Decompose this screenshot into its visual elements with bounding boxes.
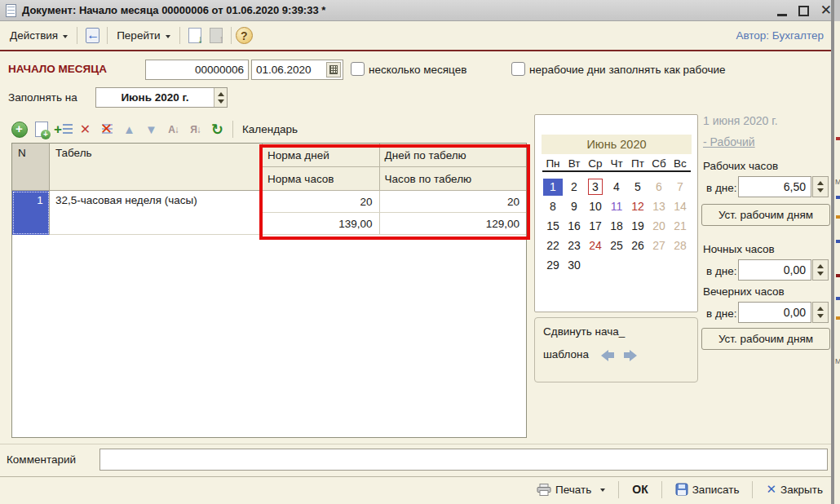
calendar-day-15[interactable]: 15 [546, 219, 559, 232]
calendar-day-21[interactable]: 21 [674, 219, 687, 232]
set-workdays-button[interactable]: Уст. рабочим дням [701, 204, 830, 226]
calendar-day-14[interactable]: 14 [674, 200, 687, 213]
spin-up-icon[interactable] [218, 92, 224, 96]
calendar-day-20[interactable]: 20 [652, 219, 665, 232]
close-button[interactable]: ✕ [820, 1, 832, 20]
multi-months-label[interactable]: несколько месяцев [369, 64, 466, 76]
minimize-button[interactable] [777, 14, 787, 16]
days-sheet-cell[interactable]: 20 [380, 191, 526, 213]
sort-descending-icon[interactable] [184, 120, 206, 139]
calendar-day-16[interactable]: 16 [568, 219, 581, 232]
spin-down-icon[interactable] [218, 99, 224, 104]
subordination-structure-icon[interactable] [184, 26, 206, 46]
night-hours-input[interactable]: 0,00 [738, 259, 811, 281]
calendar-day-27[interactable]: 27 [652, 239, 665, 252]
calendar-day-1[interactable]: 1 [543, 179, 563, 196]
print-button[interactable]: Печать [533, 482, 609, 497]
multi-months-checkbox[interactable] [351, 62, 365, 76]
evening-hours-spinner[interactable] [812, 302, 829, 323]
column-header-hours-sheet[interactable]: Часов по табелю [380, 167, 526, 191]
column-header-norm-days[interactable]: Норма дней [263, 144, 380, 167]
month-spinner[interactable] [214, 88, 227, 107]
doc-number-field[interactable]: 00000006 [145, 60, 249, 80]
calendar-weekday: Сб [648, 157, 670, 170]
spin-down-icon[interactable] [817, 272, 824, 276]
fill-month-field[interactable]: Июнь 2020 г. [95, 87, 228, 108]
insert-rows-icon[interactable] [52, 120, 74, 139]
evening-hours-input[interactable]: 0,00 [738, 302, 811, 323]
calendar-day-29[interactable]: 29 [546, 259, 559, 272]
column-header-days-sheet[interactable]: Дней по табелю [380, 144, 526, 167]
set-workdays-button-2[interactable]: Уст. рабочим дням [701, 328, 830, 350]
calendar-day-28[interactable]: 28 [674, 239, 687, 252]
calendar-day-8[interactable]: 8 [550, 200, 556, 213]
night-hours-spinner[interactable] [812, 259, 829, 281]
tabel-name-cell[interactable]: 32,5-часовая неделя (часы) [50, 191, 263, 235]
sliver-fragment [836, 215, 840, 219]
calendar-day-4[interactable]: 4 [613, 180, 620, 193]
table-row[interactable]: 1 32,5-часовая неделя (часы) 20 139,00 2… [12, 191, 526, 235]
column-header-norm-hours[interactable]: Норма часов [263, 167, 380, 191]
norm-days-cell[interactable]: 20 [263, 191, 380, 213]
save-label: Записать [692, 484, 740, 496]
nonworking-days-label[interactable]: нерабочие дни заполнять как рабочие [529, 64, 726, 76]
maximize-button[interactable] [798, 6, 809, 16]
calendar-weekday: Пн [542, 157, 564, 170]
spin-down-icon[interactable] [817, 314, 824, 318]
hours-sheet-cell[interactable]: 129,00 [380, 213, 526, 235]
calendar-day-30[interactable]: 30 [568, 259, 581, 272]
work-hours-spinner[interactable] [812, 176, 829, 197]
calendar-button[interactable]: Календарь [237, 121, 303, 138]
shift-left-button[interactable] [597, 346, 618, 365]
add-copy-icon[interactable] [30, 120, 52, 139]
refresh-icon[interactable] [206, 120, 228, 139]
close-form-button[interactable]: ✕ Закрыть [762, 480, 827, 498]
calendar-day-10[interactable]: 10 [589, 200, 602, 213]
save-button[interactable]: Записать [671, 481, 744, 497]
calendar-day-6[interactable]: 6 [656, 180, 662, 193]
footer-buttons: Печать ОК Записать ✕ Закрыть [533, 479, 827, 500]
add-row-icon[interactable] [8, 120, 30, 139]
spin-down-icon[interactable] [817, 188, 824, 192]
doc-date-field[interactable]: 01.06.2020 [251, 60, 343, 80]
work-hours-input[interactable]: 6,50 [738, 176, 811, 197]
calendar-day-5[interactable]: 5 [634, 180, 641, 193]
spin-up-icon[interactable] [817, 264, 824, 268]
calendar-day-9[interactable]: 9 [571, 200, 577, 213]
calendar-day-19[interactable]: 19 [631, 219, 644, 232]
sort-ascending-icon[interactable] [162, 120, 184, 139]
calendar-day-18[interactable]: 18 [610, 219, 623, 232]
reread-document-icon[interactable] [82, 26, 103, 46]
calendar-day-26[interactable]: 26 [631, 239, 644, 252]
shift-right-button[interactable] [620, 346, 641, 365]
column-header-n[interactable]: N [12, 144, 50, 191]
calendar-day-12[interactable]: 12 [631, 200, 644, 213]
norm-hours-cell[interactable]: 139,00 [263, 213, 380, 235]
calendar-day-7[interactable]: 7 [677, 180, 683, 193]
calendar-day-25[interactable]: 25 [610, 239, 623, 252]
delete-row-icon[interactable] [74, 120, 96, 139]
calendar-day-23[interactable]: 23 [568, 239, 581, 252]
day-type-link[interactable]: - Рабочий [703, 135, 755, 148]
actions-menu-button[interactable]: Действия [5, 27, 73, 44]
move-down-icon[interactable] [140, 120, 162, 139]
go-menu-button[interactable]: Перейти [112, 27, 175, 44]
date-picker-button[interactable] [326, 62, 341, 77]
calendar-day-3[interactable]: 3 [588, 179, 603, 195]
calendar-day-13[interactable]: 13 [652, 200, 665, 213]
row-number-cell[interactable]: 1 [12, 191, 50, 235]
calendar-day-17[interactable]: 17 [589, 219, 602, 232]
comment-input[interactable] [99, 449, 828, 471]
delete-all-rows-icon[interactable] [96, 120, 118, 139]
ok-button[interactable]: ОК [628, 481, 652, 497]
calendar-day-22[interactable]: 22 [546, 239, 559, 252]
spin-up-icon[interactable] [817, 307, 824, 311]
nonworking-days-checkbox[interactable] [511, 62, 525, 76]
spin-up-icon[interactable] [817, 181, 824, 185]
calendar-day-2[interactable]: 2 [571, 180, 577, 193]
help-icon[interactable]: ? [236, 27, 253, 44]
column-header-tabel[interactable]: Табель [50, 144, 263, 191]
calendar-day-11[interactable]: 11 [611, 200, 623, 213]
move-up-icon[interactable] [118, 120, 140, 139]
calendar-day-24[interactable]: 24 [589, 239, 602, 252]
